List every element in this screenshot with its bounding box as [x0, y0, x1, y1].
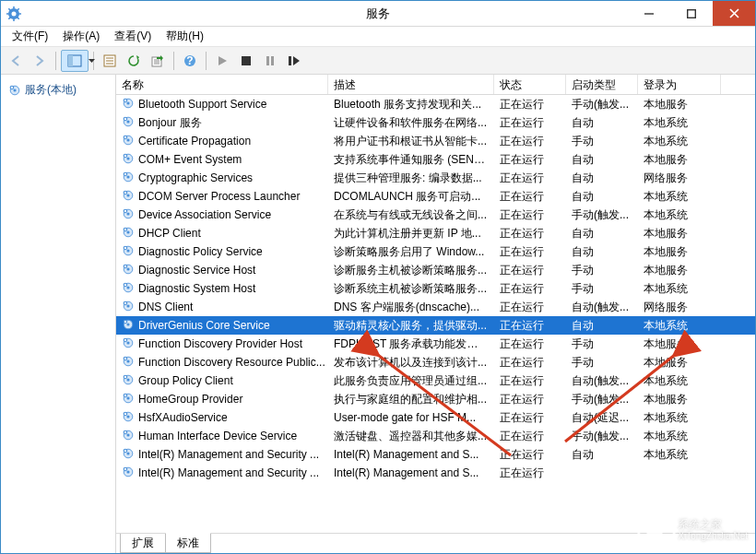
svg-point-51	[124, 301, 127, 305]
cell-login: 本地系统	[638, 207, 721, 223]
table-row[interactable]: DHCP Client为此计算机注册并更新 IP 地...正在运行自动本地服务	[116, 224, 755, 242]
menu-help[interactable]: 帮助(H)	[159, 27, 211, 46]
svg-rect-10	[266, 56, 269, 65]
svg-rect-12	[289, 56, 291, 65]
svg-point-32	[126, 194, 129, 196]
service-name: COM+ Event System	[138, 153, 242, 166]
svg-point-15	[10, 86, 14, 89]
table-row[interactable]: HomeGroup Provider执行与家庭组的配置和维护相...正在运行手动…	[116, 390, 755, 408]
show-hide-tree-button[interactable]	[61, 50, 89, 72]
table-row[interactable]: HsfXAudioServiceUser-mode gate for HSF M…	[116, 408, 755, 427]
cell-status: 正在运行	[494, 97, 566, 112]
table-row[interactable]: Function Discovery Provider HostFDPHOST …	[116, 335, 755, 353]
table-row[interactable]: DCOM Server Process LauncherDCOMLAUNCH 服…	[116, 187, 755, 206]
cell-desc: 为此计算机注册并更新 IP 地...	[328, 226, 494, 242]
menu-action[interactable]: 操作(A)	[55, 27, 107, 46]
cell-status: 正在运行	[494, 447, 566, 463]
svg-point-72	[124, 430, 127, 434]
cell-startup: 自动(触发...	[566, 373, 638, 389]
export-list-button[interactable]	[147, 50, 169, 72]
table-row[interactable]: COM+ Event System支持系统事件通知服务 (SENS...正在运行…	[116, 150, 755, 169]
tab-standard[interactable]: 标准	[165, 533, 211, 553]
table-row[interactable]: Bluetooth Support ServiceBluetooth 服务支持发…	[116, 95, 755, 113]
svg-rect-4	[68, 55, 73, 66]
col-header-login[interactable]: 登录为	[638, 75, 721, 94]
cell-desc: DCOMLAUNCH 服务可启动...	[328, 189, 494, 205]
cell-desc: 在系统与有线或无线设备之间...	[328, 207, 494, 223]
table-row[interactable]: Intel(R) Management and Security ...Inte…	[116, 445, 755, 464]
service-name: Cryptographic Services	[138, 171, 253, 184]
close-button[interactable]	[713, 1, 755, 26]
service-gear-icon	[122, 263, 135, 278]
service-gear-icon	[122, 244, 135, 260]
tab-extended[interactable]: 扩展	[120, 534, 166, 553]
cell-login: 本地服务	[638, 97, 721, 112]
svg-point-24	[124, 136, 127, 139]
table-row[interactable]: Cryptographic Services提供三种管理服务: 编录数据...正…	[116, 169, 755, 187]
table-row[interactable]: DriverGenius Core Service驱动精灵核心服务，提供驱动..…	[116, 316, 755, 335]
cell-login: 本地服务	[638, 152, 721, 168]
cell-status: 正在运行	[494, 410, 566, 426]
col-header-status[interactable]: 状态	[494, 75, 566, 94]
cell-status: 正在运行	[494, 281, 566, 297]
cell-status: 正在运行	[494, 134, 566, 149]
help-button[interactable]: ?	[179, 50, 201, 72]
tree-root-services[interactable]: 服务(本地)	[5, 80, 112, 100]
svg-point-53	[126, 323, 129, 325]
service-gear-icon	[122, 355, 135, 371]
svg-point-33	[124, 191, 127, 194]
table-row[interactable]: Diagnostic System Host诊断系统主机被诊断策略服务...正在…	[116, 279, 755, 298]
restart-service-button[interactable]	[283, 50, 305, 72]
cell-login: 本地系统	[638, 318, 721, 334]
svg-point-29	[126, 175, 129, 178]
table-row[interactable]: Diagnostic Service Host诊断服务主机被诊断策略服务...正…	[116, 261, 755, 279]
cell-name: HomeGroup Provider	[116, 392, 328, 407]
svg-point-36	[124, 209, 127, 213]
properties-button[interactable]	[99, 50, 121, 72]
cell-name: Diagnostic System Host	[116, 281, 328, 297]
svg-point-74	[126, 452, 129, 454]
svg-point-18	[124, 99, 127, 102]
table-row[interactable]: Certificate Propagation将用户证书和根证书从智能卡...正…	[116, 132, 755, 150]
table-row[interactable]: Intel(R) Management and Security ...Inte…	[116, 464, 755, 482]
cell-desc: 将用户证书和根证书从智能卡...	[328, 134, 494, 149]
table-row[interactable]: Human Interface Device Service激活键盘、遥控器和其…	[116, 427, 755, 445]
col-header-name[interactable]: 名称	[116, 75, 328, 94]
service-gear-icon	[122, 207, 135, 223]
maximize-button[interactable]	[670, 1, 713, 26]
cell-login: 本地服务	[638, 392, 721, 407]
cell-desc: 执行与家庭组的配置和维护相...	[328, 392, 494, 407]
service-name: Function Discovery Resource Public...	[138, 356, 325, 369]
cell-status: 正在运行	[494, 373, 566, 389]
list-body[interactable]: Bluetooth Support ServiceBluetooth 服务支持发…	[116, 95, 755, 533]
minimize-button[interactable]	[628, 1, 670, 26]
refresh-button[interactable]	[123, 50, 145, 72]
svg-point-21	[124, 117, 127, 121]
svg-point-14	[13, 88, 16, 91]
cell-status: 正在运行	[494, 207, 566, 223]
cell-desc: 诊断系统主机被诊断策略服务...	[328, 281, 494, 297]
cell-startup: 手动	[566, 134, 638, 149]
svg-point-56	[126, 341, 129, 344]
col-header-desc[interactable]: 描述	[328, 75, 494, 94]
cell-name: DCOM Server Process Launcher	[116, 189, 328, 205]
table-row[interactable]: Function Discovery Resource Public...发布该…	[116, 353, 755, 371]
menu-view[interactable]: 查看(V)	[107, 27, 159, 46]
table-row[interactable]: Diagnostic Policy Service诊断策略服务启用了 Windo…	[116, 242, 755, 261]
cell-status: 正在运行	[494, 152, 566, 168]
service-name: DCOM Server Process Launcher	[138, 190, 300, 203]
table-row[interactable]: DNS ClientDNS 客户端服务(dnscache)...正在运行自动(触…	[116, 298, 755, 316]
svg-point-1	[12, 11, 17, 16]
service-name: DHCP Client	[138, 227, 201, 240]
table-row[interactable]: Group Policy Client此服务负责应用管理员通过组...正在运行自…	[116, 371, 755, 390]
table-row[interactable]: Device Association Service在系统与有线或无线设备之间.…	[116, 206, 755, 224]
svg-point-48	[124, 283, 127, 287]
table-row[interactable]: Bonjour 服务让硬件设备和软件服务在网络...正在运行自动本地系统	[116, 113, 755, 132]
menu-file[interactable]: 文件(F)	[5, 27, 55, 46]
cell-name: COM+ Event System	[116, 152, 328, 168]
col-header-startup[interactable]: 启动类型	[566, 75, 638, 94]
cell-startup: 自动	[566, 115, 638, 131]
cell-startup: 手动	[566, 281, 638, 297]
cell-login: 网络服务	[638, 171, 721, 186]
stop-service-button[interactable]	[235, 50, 257, 72]
